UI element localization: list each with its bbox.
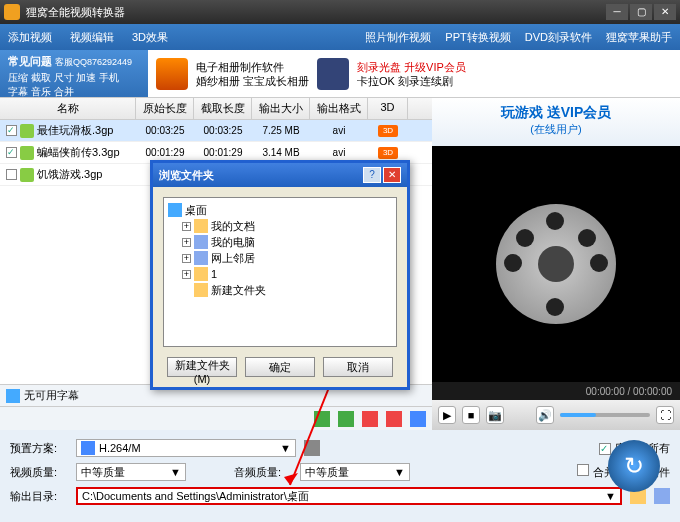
app-logo-icon [4,4,20,20]
folder-tree[interactable]: 桌面 +我的文档 +我的电脑 +网上邻居 +1 新建文件夹 [163,197,397,347]
ok-button[interactable]: 确定 [245,357,315,377]
volume-icon[interactable]: 🔊 [536,406,554,424]
video-preview[interactable] [432,146,680,382]
faq-panel[interactable]: 常见问题 客服QQ876292449 压缩 截取 尺寸 加速 手机 字幕 音乐 … [0,50,148,97]
dialog-title: 浏览文件夹 [159,168,361,183]
tree-item-desktop[interactable]: 桌面 [168,202,392,218]
preset-select[interactable]: H.264/M▼ [76,439,296,457]
computer-icon [194,235,208,249]
table-row[interactable]: 最佳玩滑板.3gp 00:03:25 00:03:25 7.25 MB avi … [0,120,432,142]
badge-3d-icon[interactable]: 3D [378,147,398,159]
faq-heading: 常见问题 [8,55,52,67]
convert-button[interactable]: ↻ [608,440,660,492]
menu-video-edit[interactable]: 视频编辑 [70,30,114,45]
maximize-button[interactable]: ▢ [630,4,652,20]
menu-3d-effect[interactable]: 3D效果 [132,30,168,45]
cancel-button[interactable]: 取消 [323,357,393,377]
cell-fmt: avi [310,125,368,136]
preset-icon [81,441,95,455]
faq-line1: 压缩 截取 尺寸 加速 手机 [8,71,140,85]
file-name: 蝙蝠侠前传3.3gp [37,145,120,160]
svg-marker-1 [284,473,298,485]
minimize-button[interactable]: ─ [606,4,628,20]
preview-pane: 玩游戏 送VIP会员 (在线用户) 00:00:00 / 00:00:00 ▶ … [432,98,680,430]
badge-3d-icon[interactable]: 3D [378,125,398,137]
merge-checkbox[interactable] [577,464,589,476]
dialog-body: 桌面 +我的文档 +我的电脑 +网上邻居 +1 新建文件夹 新建文件夹(M) 确… [153,187,407,387]
desktop-icon [168,203,182,217]
top-links: 照片制作视频 PPT转换视频 DVD刻录软件 狸窝苹果助手 [365,30,672,45]
network-icon [194,251,208,265]
tree-item-mycomputer[interactable]: +我的电脑 [168,234,392,250]
promo-game[interactable]: 玩游戏 送VIP会员 (在线用户) [432,98,680,146]
col-out-size[interactable]: 输出大小 [252,98,310,119]
film-reel-icon [496,204,616,324]
cell-orig: 00:01:29 [136,147,194,158]
link-apple-helper[interactable]: 狸窝苹果助手 [606,30,672,45]
menu-add-video[interactable]: 添加视频 [8,30,52,45]
link-photo-video[interactable]: 照片制作视频 [365,30,431,45]
dialog-buttons: 新建文件夹(M) 确定 取消 [163,357,397,377]
burn-icon [317,58,349,90]
row-checkbox[interactable] [6,147,17,158]
file-icon [20,146,34,160]
browse-folder-dialog: 浏览文件夹 ? ✕ 桌面 +我的文档 +我的电脑 +网上邻居 +1 新建文件夹 … [150,160,410,390]
cell-size: 7.25 MB [252,125,310,136]
new-folder-button[interactable]: 新建文件夹(M) [167,357,237,377]
file-icon [20,124,34,138]
file-icon [20,168,34,182]
info-icon[interactable] [410,411,426,427]
menubar: 添加视频 视频编辑 3D效果 照片制作视频 PPT转换视频 DVD刻录软件 狸窝… [0,24,680,50]
apply-all-checkbox[interactable] [599,443,611,455]
toolbar: 常见问题 客服QQ876292449 压缩 截取 尺寸 加速 手机 字幕 音乐 … [0,50,680,98]
col-orig-len[interactable]: 原始长度 [136,98,194,119]
dialog-close-button[interactable]: ✕ [383,167,401,183]
col-cut-len[interactable]: 截取长度 [194,98,252,119]
snapshot-button[interactable]: 📷 [486,406,504,424]
link-ppt-video[interactable]: PPT转换视频 [445,30,510,45]
open-folder-icon[interactable] [654,488,670,504]
faq-qq: 客服QQ876292449 [55,57,132,67]
expand-icon[interactable]: + [182,222,191,231]
table-header: 名称 原始长度 截取长度 输出大小 输出格式 3D [0,98,432,120]
preset-label: 预置方案: [10,441,68,456]
tree-item-mydocs[interactable]: +我的文档 [168,218,392,234]
output-dir-label: 输出目录: [10,489,68,504]
col-3d[interactable]: 3D [368,98,408,119]
tree-item-newfolder[interactable]: 新建文件夹 [168,282,392,298]
cell-cut: 00:03:25 [194,125,252,136]
tree-item-one[interactable]: +1 [168,266,392,282]
fullscreen-button[interactable]: ⛶ [656,406,674,424]
row-checkbox[interactable] [6,169,17,180]
dialog-titlebar[interactable]: 浏览文件夹 ? ✕ [153,163,407,187]
promo-mid: 电子相册制作软件 婚纱相册 宝宝成长相册 刻录光盘 升级VIP会员 卡拉OK 刻… [148,50,680,97]
col-name[interactable]: 名称 [0,98,136,119]
video-quality-select[interactable]: 中等质量▼ [76,463,186,481]
play-button[interactable]: ▶ [438,406,456,424]
expand-icon[interactable]: + [182,254,191,263]
subtitle-text: 无可用字幕 [24,388,79,403]
promo-burn[interactable]: 刻录光盘 升级VIP会员 卡拉OK 刻录连续剧 [357,60,466,88]
faq-line2: 字幕 音乐 合并 [8,85,140,99]
file-name: 最佳玩滑板.3gp [37,123,113,138]
player-controls: ▶ ■ 📷 🔊 ⛶ [432,400,680,430]
dialog-help-button[interactable]: ? [363,167,381,183]
col-out-fmt[interactable]: 输出格式 [310,98,368,119]
album-icon [156,58,188,90]
promo-album[interactable]: 电子相册制作软件 婚纱相册 宝宝成长相册 [196,60,309,88]
close-button[interactable]: ✕ [654,4,676,20]
cell-cut: 00:01:29 [194,147,252,158]
time-display: 00:00:00 / 00:00:00 [432,382,680,400]
volume-slider[interactable] [560,413,650,417]
stop-button[interactable]: ■ [462,406,480,424]
file-name: 饥饿游戏.3gp [37,167,102,182]
expand-icon[interactable]: + [182,238,191,247]
titlebar: 狸窝全能视频转换器 ─ ▢ ✕ [0,0,680,24]
expand-icon[interactable]: + [182,270,191,279]
cell-fmt: avi [310,147,368,158]
link-dvd-burn[interactable]: DVD刻录软件 [525,30,592,45]
tree-item-network[interactable]: +网上邻居 [168,250,392,266]
video-quality-label: 视频质量: [10,465,68,480]
subtitle-icon [6,389,20,403]
row-checkbox[interactable] [6,125,17,136]
